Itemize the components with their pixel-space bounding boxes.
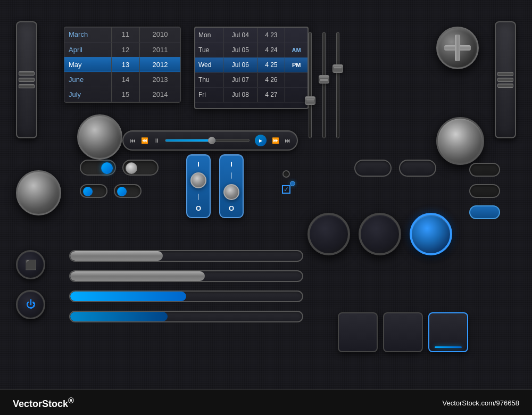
oval-toggle-active[interactable] bbox=[469, 205, 500, 219]
month-cell: April bbox=[64, 42, 112, 57]
prev-button[interactable]: ⏪ bbox=[141, 137, 148, 144]
skip-back-button[interactable]: ⏮ bbox=[130, 137, 136, 144]
day-cell: 11 bbox=[112, 27, 140, 42]
square-button-1[interactable] bbox=[338, 312, 378, 352]
progress-fill-1 bbox=[70, 251, 163, 261]
ampm-cell: PM bbox=[285, 57, 307, 72]
time-row[interactable]: Fri Jul 08 4 27 bbox=[195, 87, 307, 102]
vtoggle-label-top: I bbox=[230, 161, 232, 168]
toggle-row-1 bbox=[80, 160, 159, 176]
toggle-switch-area bbox=[80, 160, 159, 206]
square-button-2[interactable] bbox=[383, 312, 423, 352]
ampm-cell bbox=[285, 28, 307, 43]
small-controls: ✓ bbox=[282, 170, 290, 194]
skip-forward-button[interactable]: ⏭ bbox=[285, 137, 290, 144]
vtoggle-label-bot: O bbox=[196, 205, 201, 212]
date-row[interactable]: June 14 2013 bbox=[64, 72, 180, 87]
scroll-grip bbox=[497, 78, 513, 82]
player-progress-bar[interactable] bbox=[165, 139, 250, 142]
weekday-cell: Wed bbox=[195, 57, 223, 72]
month-cell: May bbox=[64, 57, 112, 72]
slider-track bbox=[336, 32, 339, 138]
crosshair-knob[interactable] bbox=[436, 27, 479, 69]
checkbox[interactable]: ✓ bbox=[282, 185, 290, 194]
date-row-selected[interactable]: May 13 2012 bbox=[64, 57, 180, 72]
vtoggle-label-top: I bbox=[197, 161, 200, 168]
month-cell: June bbox=[64, 72, 112, 87]
logo-text: VectorStock® bbox=[13, 399, 74, 409]
time-row-selected[interactable]: Wed Jul 06 4 25 PM bbox=[195, 57, 307, 72]
footer: VectorStock® VectorStock.com/976658 bbox=[0, 389, 532, 415]
year-cell: 2012 bbox=[140, 57, 180, 72]
year-cell: 2011 bbox=[140, 42, 180, 57]
ampm-cell bbox=[285, 87, 307, 102]
slider-thumb[interactable] bbox=[319, 75, 329, 84]
vtoggle-label-bot: O bbox=[229, 205, 234, 212]
right-vertical-scroll[interactable] bbox=[495, 21, 516, 138]
weekday-cell: Fri bbox=[195, 87, 223, 102]
progress-bar-4[interactable] bbox=[69, 311, 303, 322]
oval-toggle-2[interactable] bbox=[469, 184, 500, 198]
vtoggle-line bbox=[198, 194, 199, 200]
day-cell: 13 bbox=[112, 57, 140, 72]
time-picker-table: Mon Jul 04 4 23 Tue Jul 05 4 24 AM Wed J… bbox=[195, 28, 307, 103]
time-cell: 4 26 bbox=[257, 72, 285, 87]
slider-thumb[interactable] bbox=[332, 64, 343, 73]
footer-logo: VectorStock® bbox=[13, 396, 74, 410]
vtoggle-line bbox=[231, 172, 232, 179]
knob-medium-left[interactable] bbox=[16, 170, 61, 215]
oval-toggle-right[interactable] bbox=[399, 160, 436, 177]
slider-thumb[interactable] bbox=[305, 96, 315, 105]
time-row[interactable]: Mon Jul 04 4 23 bbox=[195, 28, 307, 43]
time-row[interactable]: Tue Jul 05 4 24 AM bbox=[195, 43, 307, 57]
date-row[interactable]: March 11 2010 bbox=[64, 27, 180, 42]
toggle-switch-off[interactable] bbox=[122, 160, 159, 176]
ampm-cell: AM bbox=[285, 43, 307, 57]
time-row[interactable]: Thu Jul 07 4 26 bbox=[195, 72, 307, 87]
stop-button[interactable]: ⬛ bbox=[16, 250, 45, 279]
progress-thumb[interactable] bbox=[208, 137, 215, 144]
scroll-grip bbox=[19, 71, 35, 76]
vertical-slider-1[interactable] bbox=[309, 32, 312, 138]
day-cell: 12 bbox=[112, 42, 140, 57]
weekday-cell: Thu bbox=[195, 72, 223, 87]
volume-knob-left[interactable] bbox=[77, 114, 122, 160]
time-picker[interactable]: Mon Jul 04 4 23 Tue Jul 05 4 24 AM Wed J… bbox=[194, 27, 309, 109]
large-round-button-1[interactable] bbox=[307, 213, 350, 255]
oval-toggle-left[interactable] bbox=[354, 160, 392, 177]
pause-button[interactable]: ⏸ bbox=[154, 137, 160, 144]
square-button-group bbox=[338, 312, 468, 352]
toggle-switch-small-off[interactable] bbox=[114, 184, 142, 198]
large-round-button-2[interactable] bbox=[359, 213, 401, 255]
date-row[interactable]: April 12 2011 bbox=[64, 42, 180, 57]
progress-fill-2 bbox=[70, 271, 205, 281]
vertical-toggle-1[interactable]: I O bbox=[186, 154, 211, 218]
date-row[interactable]: July 15 2014 bbox=[64, 87, 180, 102]
progress-bar-3[interactable] bbox=[69, 290, 303, 302]
play-button[interactable]: ▶ bbox=[255, 135, 267, 146]
time-cell: 4 24 bbox=[257, 43, 285, 57]
toggle-switch-on[interactable] bbox=[80, 160, 116, 176]
power-button[interactable]: ⏻ bbox=[16, 290, 45, 319]
next-button[interactable]: ⏩ bbox=[272, 137, 279, 144]
radio-button-off[interactable] bbox=[282, 170, 290, 178]
vertical-slider-2[interactable] bbox=[322, 32, 326, 138]
power-icon: ⏻ bbox=[26, 299, 36, 310]
progress-bar-2[interactable] bbox=[69, 270, 303, 282]
large-round-button-blue[interactable] bbox=[410, 213, 452, 255]
ampm-cell bbox=[285, 72, 307, 87]
progress-fill-3 bbox=[70, 292, 186, 301]
toggle-switch-small-on[interactable] bbox=[80, 184, 107, 198]
oval-toggle-1[interactable] bbox=[469, 163, 500, 177]
vertical-slider-3[interactable] bbox=[336, 32, 339, 138]
square-button-active[interactable] bbox=[428, 312, 468, 352]
date-picker[interactable]: March 11 2010 April 12 2011 May 13 2012 … bbox=[64, 27, 181, 103]
progress-bar-1[interactable] bbox=[69, 250, 303, 262]
vertical-toggle-2[interactable]: I O bbox=[219, 154, 244, 218]
silver-knob[interactable] bbox=[436, 117, 484, 165]
scroll-grip bbox=[19, 78, 35, 82]
date-cell: Jul 04 bbox=[223, 28, 257, 43]
player-bar: ⏮ ⏪ ⏸ ▶ ⏩ ⏭ bbox=[122, 130, 298, 151]
month-cell: July bbox=[64, 87, 112, 102]
left-vertical-scroll[interactable] bbox=[16, 21, 37, 138]
